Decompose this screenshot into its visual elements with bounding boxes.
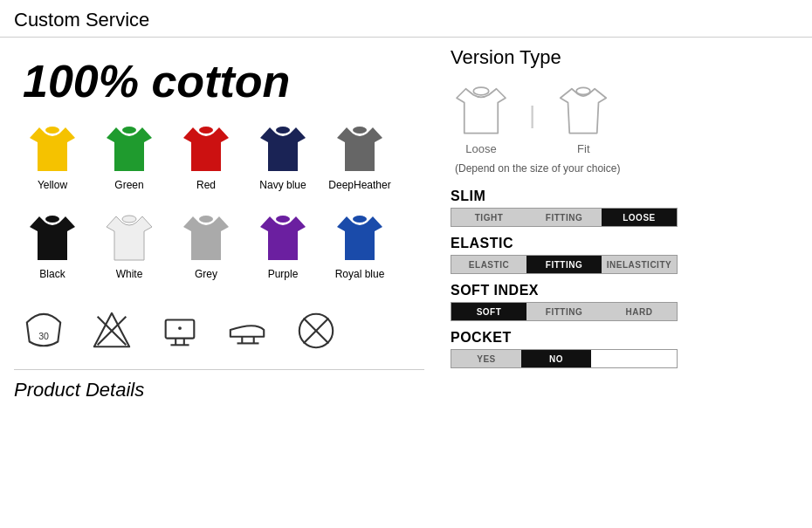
color-item-grey: Grey (168, 212, 244, 280)
svg-point-6 (122, 216, 136, 223)
no-bleach-symbol (91, 310, 133, 352)
bar-segment-elastic: ELASTIC (451, 256, 526, 273)
svg-point-2 (199, 127, 213, 134)
bar-segment-fitting: FITTING (526, 256, 602, 273)
fit-label: Fit (577, 142, 589, 155)
svg-point-3 (276, 127, 290, 134)
color-label: Purple (268, 268, 299, 280)
color-item-yellow: Yellow (14, 123, 91, 191)
color-item-red: Red (168, 123, 244, 191)
page-header: Custom Service (0, 0, 812, 38)
color-label: DeepHeather (328, 179, 390, 191)
bar-segment-fitting: FITTING (526, 209, 602, 226)
color-item-deepheather: DeepHeather (321, 123, 398, 191)
wash-symbol: 30 (23, 310, 65, 352)
color-item-royal-blue: Royal blue (321, 212, 398, 280)
color-item-black: Black (14, 212, 91, 280)
attr-bar: ELASTICFITTINGINELASTICITY (451, 255, 678, 274)
attr-title: SOFT INDEX (451, 283, 798, 298)
color-grid-row1: Yellow Green Red Navy blue DeepHeather (14, 123, 424, 203)
svg-point-25 (473, 87, 489, 95)
bar-segment-inelasticity: INELASTICITY (602, 256, 677, 273)
bar-segment-hard: HARD (602, 303, 677, 320)
attr-bar: YESNO (451, 349, 678, 368)
version-note: (Depend on the size of your choice) (455, 162, 798, 175)
color-label: Black (39, 268, 65, 280)
color-grid-row2: Black White Grey Purple Royal blue (14, 212, 424, 292)
attr-section-slim: SLIMTIGHTFITTINGLOOSE (451, 189, 798, 227)
page-title: Custom Service (14, 9, 798, 31)
version-separator: | (529, 101, 535, 129)
attr-section-pocket: POCKETYESNO (451, 330, 798, 368)
color-item-white: White (91, 212, 168, 280)
main-content: 100% cotton Yellow Green Red Navy blue D… (0, 38, 812, 410)
bar-segment-tight: TIGHT (451, 209, 526, 226)
loose-tshirt-icon (451, 81, 512, 142)
cotton-title: 100% cotton (23, 55, 424, 107)
care-symbols: 30 (23, 310, 416, 352)
left-panel: 100% cotton Yellow Green Red Navy blue D… (14, 46, 442, 401)
steam-iron-symbol (227, 310, 269, 352)
color-label: Red (196, 179, 216, 191)
attr-title: SLIM (451, 189, 798, 204)
color-label: White (116, 268, 143, 280)
bar-segment-no: NO (521, 350, 591, 367)
attr-bar: TIGHTFITTINGLOOSE (451, 208, 678, 227)
attr-title: ELASTIC (451, 236, 798, 251)
svg-point-0 (45, 127, 59, 134)
right-panel: Version Type Loose | Fit (Depend on th (442, 46, 798, 401)
attr-section-elastic: ELASTICELASTICFITTINGINELASTICITY (451, 236, 798, 274)
svg-point-18 (178, 326, 182, 330)
svg-text:30: 30 (38, 331, 49, 341)
svg-point-8 (276, 216, 290, 223)
color-label: Navy blue (259, 179, 306, 191)
attr-section-soft-index: SOFT INDEXSOFTFITTINGHARD (451, 283, 798, 321)
color-item-green: Green (91, 123, 168, 191)
bar-segment-loose: LOOSE (602, 209, 677, 226)
version-loose: Loose (451, 81, 512, 155)
svg-point-5 (45, 216, 59, 223)
color-item-navy-blue: Navy blue (244, 123, 321, 191)
color-item-purple: Purple (244, 212, 321, 280)
version-fit: Fit (553, 81, 614, 155)
iron-symbol (159, 310, 201, 352)
no-tumble-symbol (295, 310, 337, 352)
color-label: Yellow (38, 179, 67, 191)
bar-segment-fitting: FITTING (526, 303, 602, 320)
bar-segment-soft: SOFT (451, 303, 526, 320)
fit-tshirt-icon (553, 81, 614, 142)
attribute-sections: SLIMTIGHTFITTINGLOOSEELASTICELASTICFITTI… (451, 189, 798, 368)
svg-point-9 (353, 216, 367, 223)
svg-point-1 (122, 127, 136, 134)
color-label: Grey (195, 268, 217, 280)
attr-title: POCKET (451, 330, 798, 346)
product-details-title: Product Details (14, 369, 424, 401)
loose-label: Loose (465, 142, 496, 155)
attr-bar: SOFTFITTINGHARD (451, 302, 678, 321)
bar-segment-yes: YES (451, 350, 521, 367)
svg-point-4 (353, 127, 367, 134)
version-type-title: Version Type (451, 46, 798, 69)
svg-point-7 (199, 216, 213, 223)
color-label: Green (114, 179, 143, 191)
color-label: Royal blue (335, 268, 385, 280)
svg-point-26 (576, 87, 590, 94)
version-types: Loose | Fit (451, 81, 798, 155)
